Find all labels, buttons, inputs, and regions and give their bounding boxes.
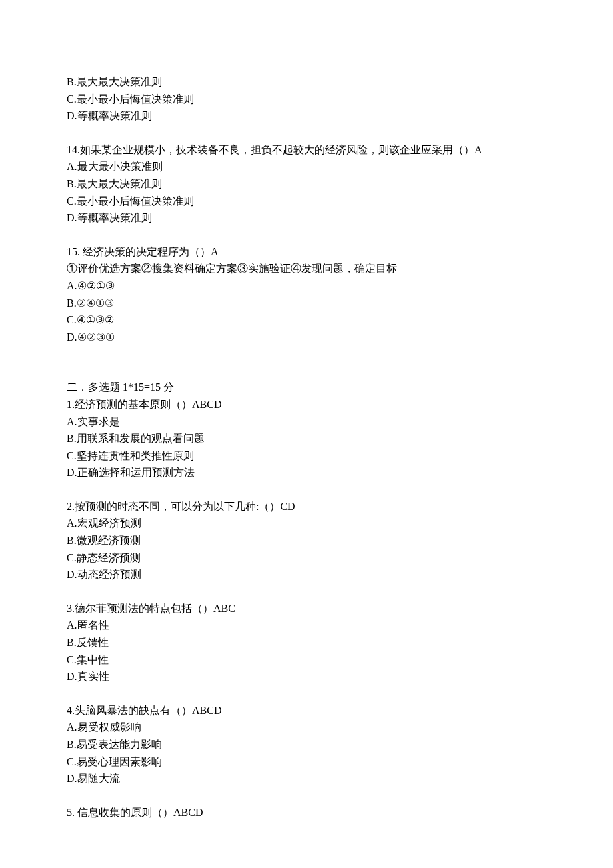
option-text: A.最大最小决策准则 [67,158,546,175]
spacer [67,362,546,379]
option-text: D.动态经济预测 [67,566,546,583]
option-text: D.④②③① [67,329,546,346]
option-text: A.宏观经济预测 [67,515,546,532]
option-text: B.反馈性 [67,634,546,651]
spacer [67,685,546,702]
option-text: D.等概率决策准则 [67,107,546,125]
option-text: C.静态经济预测 [67,549,546,567]
option-text: B.易受表达能力影响 [67,736,546,753]
spacer [67,481,546,498]
section-title: 二．多选题 1*15=15 分 [67,379,546,396]
spacer [67,125,546,141]
option-text: A.④②①③ [67,277,546,295]
spacer [67,345,546,362]
option-text: C.易受心理因素影响 [67,753,546,771]
option-text: C.坚持连贯性和类推性原则 [67,447,546,465]
option-text: A.易受权威影响 [67,719,546,736]
question-note: ①评价优选方案②搜集资料确定方案③实施验证④发现问题，确定目标 [67,260,546,277]
spacer [67,227,546,243]
question-stem: 2.按预测的时态不同，可以分为以下几种:（）CD [67,498,546,515]
option-text: C.集中性 [67,651,546,669]
option-text: B.用联系和发展的观点看问题 [67,430,546,447]
option-text: A.匿名性 [67,617,546,634]
option-text: B.最大最大决策准则 [67,73,546,91]
option-text: D.易随大流 [67,770,546,787]
option-text: B.②④①③ [67,295,546,312]
option-text: C.最小最小后悔值决策准则 [67,91,546,108]
spacer [67,583,546,600]
option-text: D.正确选择和运用预测方法 [67,464,546,481]
option-text: A.实事求是 [67,413,546,431]
spacer [67,787,546,804]
question-stem: 14.如果某企业规模小，技术装备不良，担负不起较大的经济风险，则该企业应采用（）… [67,141,546,159]
question-stem: 1.经济预测的基本原则（）ABCD [67,396,546,413]
option-text: B.最大最大决策准则 [67,175,546,193]
question-stem: 15. 经济决策的决定程序为（）A [67,243,546,261]
option-text: D.等概率决策准则 [67,209,546,227]
option-text: B.微观经济预测 [67,532,546,549]
question-stem: 5. 信息收集的原则（）ABCD [67,804,546,821]
question-stem: 4.头脑风暴法的缺点有（）ABCD [67,702,546,719]
option-text: C.④①③② [67,311,546,329]
option-text: D.真实性 [67,668,546,685]
option-text: C.最小最小后悔值决策准则 [67,193,546,210]
question-stem: 3.德尔菲预测法的特点包括（）ABC [67,600,546,617]
